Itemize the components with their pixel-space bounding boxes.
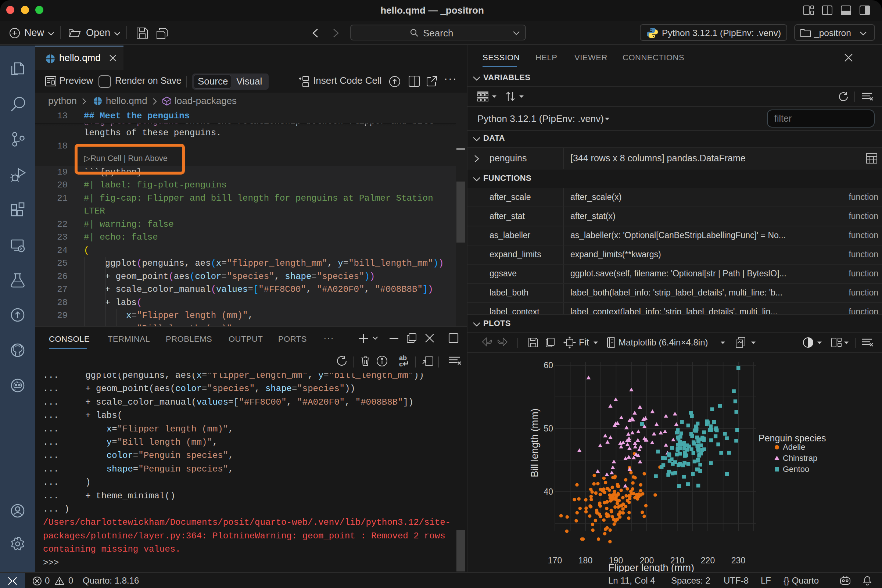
- svg-text:170: 170: [548, 556, 562, 565]
- svg-text:40: 40: [543, 487, 553, 496]
- svg-text:Gentoo: Gentoo: [783, 465, 809, 474]
- svg-text:220: 220: [701, 556, 715, 565]
- svg-text:Flipper length (mm): Flipper length (mm): [608, 562, 694, 572]
- svg-text:230: 230: [731, 556, 745, 565]
- svg-text:Penguin species: Penguin species: [759, 433, 826, 443]
- svg-text:60: 60: [543, 360, 553, 370]
- svg-text:Chinstrap: Chinstrap: [783, 453, 818, 463]
- svg-text:Bill length (mm): Bill length (mm): [529, 408, 540, 477]
- svg-text:180: 180: [579, 556, 592, 565]
- svg-text:Adelie: Adelie: [783, 442, 805, 452]
- svg-text:50: 50: [543, 424, 553, 433]
